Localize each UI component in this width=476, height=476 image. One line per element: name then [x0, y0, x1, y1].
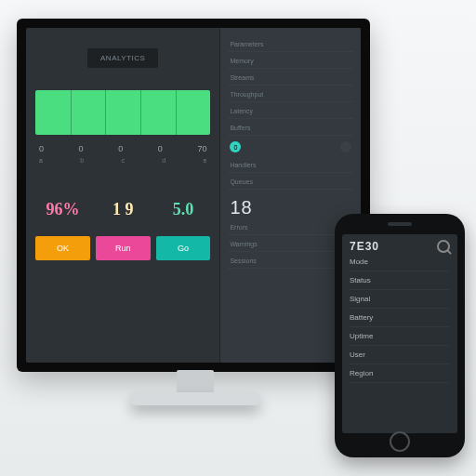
phone-row[interactable]: Battery — [350, 309, 450, 327]
metric-card-a: 96% — [35, 188, 90, 231]
phone-title: 7E30 — [350, 240, 379, 253]
home-button-icon[interactable] — [390, 431, 410, 452]
header-chip: ANALYTICS — [87, 48, 158, 68]
go-button[interactable]: Go — [156, 236, 211, 260]
metric-card-b: 1 9 — [96, 188, 151, 231]
axis-label: d — [162, 157, 165, 164]
metric-row: 96% 1 9 5.0 — [35, 188, 210, 231]
axis-tick: 0 — [118, 144, 123, 153]
side-row[interactable]: Memory — [228, 54, 353, 69]
axis-label: e — [203, 157, 206, 164]
phone-row[interactable]: Mode — [350, 253, 450, 271]
phone-row[interactable]: Uptime — [350, 327, 450, 346]
phone-row[interactable]: Region — [350, 364, 450, 383]
side-row[interactable]: Handlers — [228, 158, 353, 173]
mobile-phone: 7E30 Mode Status Signal Battery Uptime U… — [335, 214, 465, 457]
monitor-stand — [153, 370, 237, 413]
button-row: OK Run Go — [35, 236, 210, 260]
side-panel-title: Parameters — [228, 37, 353, 52]
side-dot-row: 0 — [228, 138, 353, 156]
side-big-number: 18 — [228, 192, 353, 218]
side-row[interactable]: Throughput — [228, 87, 353, 102]
status-dot-icon[interactable] — [340, 141, 351, 152]
ok-button[interactable]: OK — [35, 236, 90, 260]
side-row[interactable]: Buffers — [228, 121, 353, 136]
side-row[interactable]: Latency — [228, 104, 353, 119]
axis-tick: 70 — [197, 144, 206, 153]
screen: ANALYTICS 0 0 0 0 70 a b c d e — [26, 28, 361, 363]
run-button[interactable]: Run — [96, 236, 151, 260]
metric-card-c: 5.0 — [156, 188, 211, 231]
axis-tick: 0 — [79, 144, 84, 153]
axis-label: a — [39, 157, 43, 164]
mini-axis-row: a b c d e — [35, 157, 210, 164]
axis-tick: 0 — [158, 144, 163, 153]
status-dot-icon[interactable]: 0 — [230, 141, 241, 152]
axis-label: b — [80, 157, 84, 164]
side-row[interactable]: Queues — [228, 175, 353, 190]
desktop-monitor: ANALYTICS 0 0 0 0 70 a b c d e — [17, 19, 370, 372]
progress-bar-widget[interactable] — [35, 90, 210, 135]
phone-speaker-icon — [388, 222, 412, 226]
phone-row[interactable]: Status — [350, 271, 450, 290]
phone-row[interactable]: Signal — [350, 290, 450, 309]
phone-row[interactable]: User — [350, 346, 450, 364]
axis-row: 0 0 0 0 70 — [35, 144, 210, 153]
phone-screen: 7E30 Mode Status Signal Battery Uptime U… — [342, 234, 457, 433]
main-panel: ANALYTICS 0 0 0 0 70 a b c d e — [26, 28, 219, 363]
side-row[interactable]: Streams — [228, 71, 353, 86]
axis-tick: 0 — [39, 144, 44, 153]
search-icon[interactable] — [437, 240, 450, 253]
axis-label: c — [121, 157, 125, 164]
